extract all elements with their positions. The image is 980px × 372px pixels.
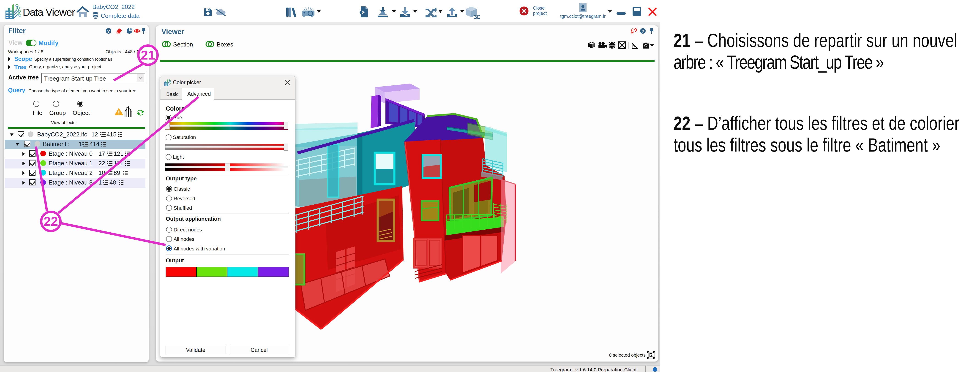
svg-text:21: 21 [141,48,155,62]
svg-text:22: 22 [44,214,58,229]
